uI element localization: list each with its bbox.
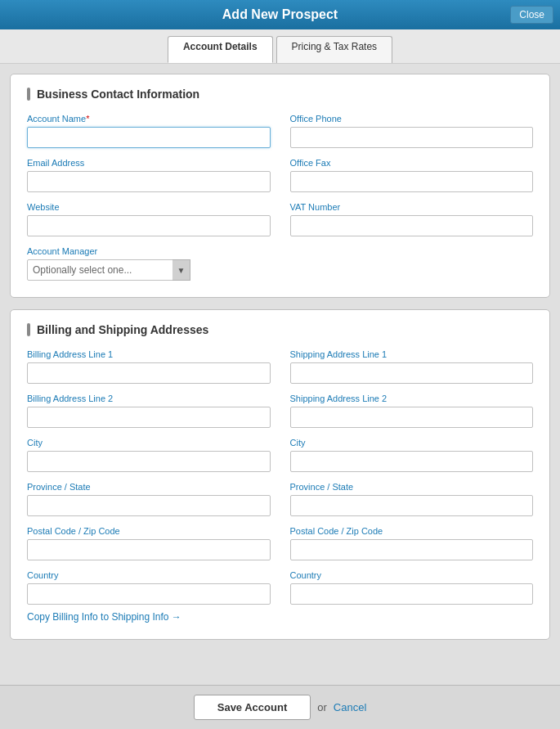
cancel-link[interactable]: Cancel [334, 701, 366, 713]
shipping-line1-input[interactable] [290, 362, 534, 384]
billing-province-input[interactable] [27, 495, 271, 516]
shipping-city-group: City [290, 438, 534, 472]
shipping-province-group: Province / State [290, 482, 534, 516]
office-fax-input[interactable] [290, 171, 534, 192]
shipping-line1-label: Shipping Address Line 1 [290, 349, 534, 359]
tab-bar: Account Details Pricing & Tax Rates [0, 29, 560, 64]
website-label: Website [27, 202, 271, 212]
shipping-line2-group: Shipping Address Line 2 [290, 394, 534, 428]
office-phone-group: Office Phone [290, 114, 534, 148]
billing-postal-label: Postal Code / Zip Code [27, 526, 271, 536]
billing-country-input[interactable] [27, 583, 271, 605]
shipping-country-group: Country [290, 570, 534, 605]
footer-or-text: or [317, 701, 327, 713]
billing-line1-input[interactable] [27, 362, 271, 384]
business-contact-title: Business Contact Information [27, 88, 533, 101]
billing-line1-group: Billing Address Line 1 [27, 349, 271, 384]
account-manager-select-wrapper: Optionally select one... ▼ [27, 259, 190, 281]
shipping-country-input[interactable] [290, 583, 534, 605]
billing-country-label: Country [27, 570, 271, 580]
email-address-input[interactable] [27, 171, 271, 192]
billing-postal-group: Postal Code / Zip Code [27, 526, 271, 560]
shipping-line1-group: Shipping Address Line 1 [290, 349, 534, 384]
tab-account-details[interactable]: Account Details [168, 36, 273, 63]
modal-header: Add New Prospect Close [0, 0, 560, 29]
main-content: Business Contact Information Account Nam… [0, 64, 560, 685]
tab-pricing-tax-rates[interactable]: Pricing & Tax Rates [276, 36, 393, 63]
billing-shipping-grid: Billing Address Line 1 Shipping Address … [27, 349, 533, 605]
email-address-group: Email Address [27, 158, 271, 192]
shipping-line2-input[interactable] [290, 407, 534, 428]
billing-province-label: Province / State [27, 482, 271, 492]
website-input[interactable] [27, 215, 271, 236]
billing-shipping-section: Billing and Shipping Addresses Billing A… [10, 309, 550, 640]
office-phone-label: Office Phone [290, 114, 534, 124]
billing-city-input[interactable] [27, 451, 271, 472]
business-contact-section: Business Contact Information Account Nam… [10, 74, 550, 298]
shipping-city-label: City [290, 438, 534, 448]
website-group: Website [27, 202, 271, 236]
modal-footer: Save Account or Cancel [0, 685, 560, 729]
shipping-province-label: Province / State [290, 482, 534, 492]
vat-number-group: VAT Number [290, 202, 534, 236]
billing-line2-label: Billing Address Line 2 [27, 394, 271, 403]
shipping-country-label: Country [290, 570, 534, 580]
office-phone-input[interactable] [290, 127, 534, 148]
account-manager-select[interactable]: Optionally select one... [27, 259, 190, 281]
copy-billing-link[interactable]: Copy Billing Info to Shipping Info → [27, 611, 181, 623]
email-address-label: Email Address [27, 158, 271, 168]
billing-line1-label: Billing Address Line 1 [27, 349, 271, 359]
account-name-input[interactable] [27, 127, 271, 148]
office-fax-label: Office Fax [290, 158, 534, 168]
account-manager-group: Account Manager Optionally select one...… [27, 246, 271, 281]
billing-country-group: Country [27, 570, 271, 605]
billing-line2-input[interactable] [27, 407, 271, 428]
account-manager-label: Account Manager [27, 246, 271, 256]
billing-line2-group: Billing Address Line 2 [27, 394, 271, 428]
account-name-label: Account Name* [27, 114, 271, 124]
shipping-postal-input[interactable] [290, 539, 534, 560]
billing-shipping-title: Billing and Shipping Addresses [27, 323, 533, 336]
business-contact-grid: Account Name* Office Phone Email Address… [27, 114, 533, 281]
account-name-group: Account Name* [27, 114, 271, 148]
billing-postal-input[interactable] [27, 539, 271, 560]
close-button[interactable]: Close [510, 6, 553, 24]
vat-number-label: VAT Number [290, 202, 534, 212]
billing-city-label: City [27, 438, 271, 448]
office-fax-group: Office Fax [290, 158, 534, 192]
billing-city-group: City [27, 438, 271, 472]
vat-number-input[interactable] [290, 215, 534, 236]
shipping-province-input[interactable] [290, 495, 534, 516]
billing-province-group: Province / State [27, 482, 271, 516]
save-account-button[interactable]: Save Account [194, 695, 311, 720]
shipping-line2-label: Shipping Address Line 2 [290, 394, 534, 403]
shipping-postal-group: Postal Code / Zip Code [290, 526, 534, 560]
shipping-city-input[interactable] [290, 451, 534, 472]
shipping-postal-label: Postal Code / Zip Code [290, 526, 534, 536]
modal-title: Add New Prospect [222, 7, 338, 22]
